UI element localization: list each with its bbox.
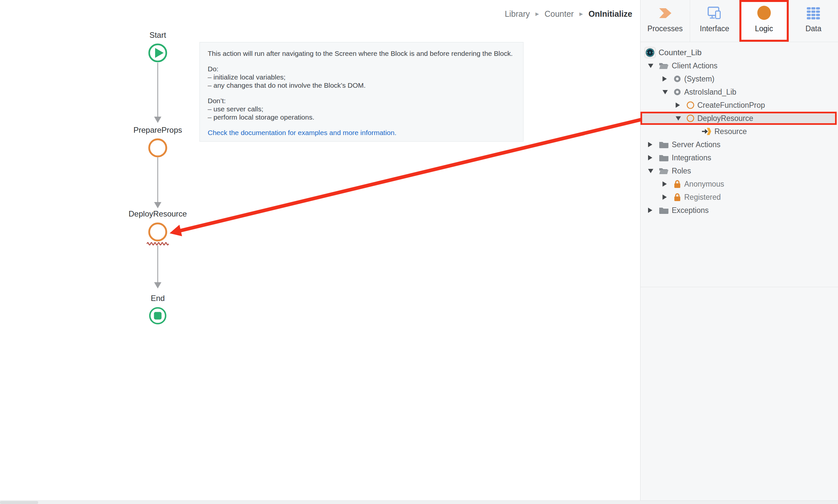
client-action-icon: [687, 101, 694, 109]
tree-item-exceptions[interactable]: Exceptions: [641, 204, 838, 217]
callout-do-item: – initialize local variables;: [208, 73, 515, 81]
collapse-icon[interactable]: [648, 64, 659, 68]
folder-icon: [659, 206, 669, 215]
collapse-icon[interactable]: [648, 169, 659, 173]
expand-icon[interactable]: [662, 195, 673, 200]
expand-icon[interactable]: [676, 103, 687, 108]
expand-icon[interactable]: [648, 208, 659, 213]
tree-item-registered[interactable]: Registered: [641, 191, 838, 204]
error-underline: [147, 243, 168, 245]
folder-open-icon: [659, 62, 669, 70]
end-node-label: End: [151, 294, 165, 303]
expand-icon[interactable]: [662, 76, 673, 82]
tab-logic[interactable]: Logic: [739, 0, 789, 42]
tree-item-anonymous[interactable]: Anonymous: [641, 177, 838, 191]
tree-item-deployresource[interactable]: DeployResource: [641, 112, 837, 125]
collapse-icon[interactable]: [676, 116, 687, 121]
tab-interface[interactable]: Interface: [690, 0, 739, 42]
service-studio-window: Library ▶ Counter ▶ OnInitialize: [0, 0, 838, 504]
prepareprops-node[interactable]: [149, 139, 166, 156]
tree-item-astroisland-lib[interactable]: AstroIsland_Lib: [641, 86, 838, 98]
expand-icon[interactable]: [662, 181, 673, 186]
input-parameter-icon: [702, 127, 712, 136]
tree-item-label: Roles: [672, 166, 691, 176]
end-node[interactable]: [150, 308, 166, 324]
lock-icon: [673, 193, 681, 201]
element-tree-panel: Processes Interface Logic: [640, 0, 838, 504]
lock-icon: [673, 180, 681, 188]
layer-tabs: Processes Interface Logic: [641, 0, 838, 42]
horizontal-scrollbar[interactable]: [0, 500, 838, 504]
flow-connector[interactable]: [154, 63, 161, 123]
tab-data[interactable]: Data: [789, 0, 838, 42]
tree-item-label: AstroIsland_Lib: [684, 88, 736, 96]
tree-item-label: Counter_Lib: [659, 48, 702, 57]
tree-item-label: Integrations: [672, 154, 711, 162]
callout-do-title: Do:: [208, 65, 515, 73]
tree-item-label: CreateFunctionProp: [697, 101, 765, 110]
tree-item-label: Resource: [714, 127, 747, 136]
donut-icon: [673, 88, 681, 96]
tab-label: Interface: [700, 24, 730, 33]
flow-connector[interactable]: [154, 246, 161, 288]
callout-dont-item: – use server calls;: [208, 105, 515, 113]
tree-item-roles[interactable]: Roles: [641, 164, 838, 177]
tree-item-label: (System): [684, 75, 714, 84]
tree-item-label: DeployResource: [697, 114, 753, 123]
tree-item-resource[interactable]: Resource: [641, 125, 838, 138]
tab-processes[interactable]: Processes: [641, 0, 690, 42]
callout-dont-title: Don’t:: [208, 96, 515, 105]
tree-item-counter-lib[interactable]: 0 Counter_Lib: [641, 46, 838, 59]
expand-icon[interactable]: [648, 142, 659, 147]
tree-item-system[interactable]: (System): [641, 72, 838, 86]
deployresource-node-label: DeployResource: [128, 209, 187, 218]
devices-icon: [707, 5, 722, 21]
tree-item-label: Server Actions: [672, 140, 720, 149]
tree-item-client-actions[interactable]: Client Actions: [641, 59, 838, 72]
tree-item-label: Registered: [684, 193, 721, 202]
tree-item-createfunctionprop[interactable]: CreateFunctionProp: [641, 98, 838, 112]
tree-item-label: Anonymous: [684, 180, 724, 188]
callout-intro: This action will run after navigating to…: [208, 49, 515, 57]
counter-app-icon-glyph: 0: [649, 51, 651, 54]
folder-icon: [659, 154, 669, 162]
collapse-icon[interactable]: [662, 90, 673, 94]
callout-dont-item: – perform local storage operations.: [208, 113, 515, 121]
tree-item-server-actions[interactable]: Server Actions: [641, 138, 838, 151]
tree-item-label: Exceptions: [672, 206, 709, 215]
folder-open-icon: [659, 167, 669, 175]
data-table-icon: [806, 5, 821, 21]
tab-label: Data: [805, 24, 822, 33]
process-chevron-icon: [658, 5, 673, 21]
deployresource-node[interactable]: [147, 223, 168, 245]
prepareprops-node-label: PrepareProps: [133, 126, 182, 135]
panel-section-divider: [641, 287, 838, 287]
flow-connector[interactable]: [154, 157, 161, 208]
flow-canvas[interactable]: Library ▶ Counter ▶ OnInitialize: [0, 0, 640, 504]
folder-icon: [659, 141, 669, 149]
counter-app-icon: 0: [644, 47, 656, 58]
scrollbar-thumb[interactable]: [0, 501, 38, 504]
oninitialize-description-callout: This action will run after navigating to…: [199, 42, 523, 142]
callout-do-item: – any changes that do not involve the Bl…: [208, 81, 515, 89]
documentation-link[interactable]: Check the documentation for examples and…: [208, 128, 515, 137]
tree-item-label: Client Actions: [672, 61, 717, 70]
start-node-label: Start: [149, 31, 166, 40]
start-node[interactable]: [149, 44, 166, 61]
stop-icon: [154, 312, 162, 320]
logic-circle-icon: [756, 5, 772, 21]
tab-label: Logic: [755, 24, 773, 33]
tree-item-integrations[interactable]: Integrations: [641, 151, 838, 164]
tab-label: Processes: [647, 24, 682, 33]
logic-tree: 0 Counter_Lib Client Actions (System): [641, 42, 838, 217]
donut-icon: [673, 75, 681, 83]
client-action-icon: [687, 114, 694, 122]
expand-icon[interactable]: [648, 155, 659, 160]
